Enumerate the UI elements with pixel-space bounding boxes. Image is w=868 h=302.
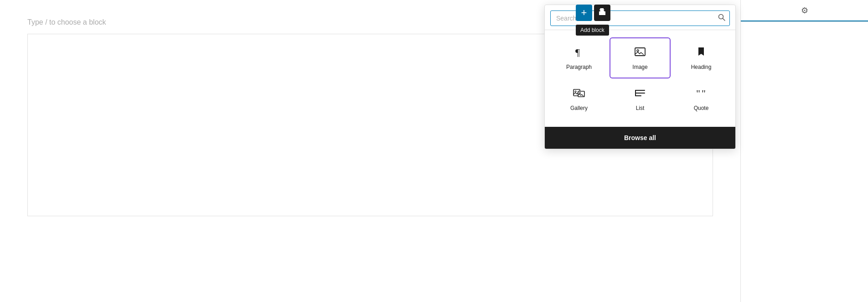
svg-point-4	[637, 50, 639, 52]
block-grid: ¶ Paragraph Image	[545, 30, 735, 127]
svg-text:": "	[696, 88, 700, 99]
block-item-list-label: List	[636, 105, 645, 111]
image-icon	[634, 46, 646, 60]
block-item-gallery[interactable]: Gallery	[548, 78, 610, 120]
svg-line-1	[723, 19, 725, 21]
search-icon	[718, 15, 725, 22]
block-item-image-label: Image	[632, 64, 647, 70]
gear-icon: ⚙	[741, 0, 868, 21]
block-item-paragraph-label: Paragraph	[566, 64, 592, 70]
svg-point-6	[575, 91, 576, 92]
browse-all-button[interactable]: Browse all	[545, 127, 735, 149]
gallery-icon	[573, 87, 585, 101]
right-panel: ⚙	[740, 0, 868, 302]
svg-text:": "	[702, 88, 706, 99]
tab-settings[interactable]: ⚙	[741, 0, 868, 21]
block-item-quote[interactable]: " " Quote	[671, 78, 732, 120]
search-icon-button[interactable]	[718, 14, 725, 23]
heading-icon	[695, 46, 708, 60]
block-item-heading-label: Heading	[691, 64, 712, 70]
block-item-paragraph[interactable]: ¶ Paragraph	[548, 37, 610, 78]
puzzle-button[interactable]	[594, 5, 610, 21]
add-block-button[interactable]: +	[576, 5, 592, 21]
search-box	[545, 5, 735, 30]
right-panel-tabs: ⚙	[741, 0, 868, 22]
add-block-tooltip: Add block	[576, 25, 609, 36]
block-item-heading[interactable]: Heading	[671, 37, 732, 78]
paragraph-icon: ¶	[573, 46, 585, 60]
block-item-quote-label: Quote	[694, 105, 709, 111]
plus-icon: +	[581, 7, 587, 19]
quote-icon: " "	[695, 87, 708, 101]
block-item-gallery-label: Gallery	[570, 105, 588, 111]
list-icon	[634, 87, 646, 101]
block-item-image[interactable]: Image	[610, 37, 671, 78]
toolbar-buttons: + Add block	[576, 5, 610, 21]
puzzle-icon	[598, 7, 607, 19]
block-item-list[interactable]: List	[610, 78, 671, 120]
svg-text:¶: ¶	[575, 47, 580, 58]
block-inserter-popup: ¶ Paragraph Image	[544, 5, 736, 149]
